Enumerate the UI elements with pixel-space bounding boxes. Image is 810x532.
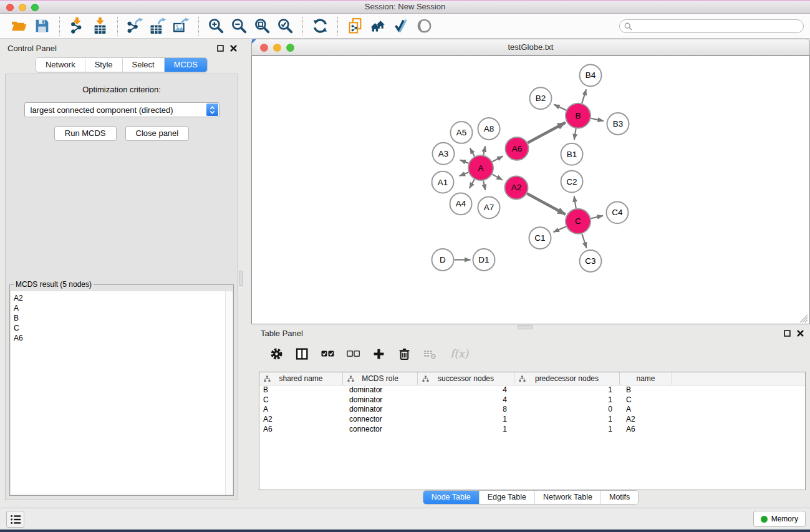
tab-mcds[interactable]: MCDS [165, 58, 207, 72]
result-list-scrollbar[interactable] [225, 291, 233, 495]
cell-successor-nodes[interactable]: 4 [418, 385, 514, 395]
memory-button[interactable]: Memory [753, 511, 806, 527]
zoom-in-button[interactable] [205, 16, 228, 36]
cell-name[interactable]: A6 [620, 425, 672, 435]
node-A1[interactable]: A1 [432, 172, 454, 193]
node-B2[interactable]: B2 [530, 87, 552, 109]
column-header-predecessor-nodes[interactable]: predecessor nodes [514, 372, 620, 385]
save-session-button[interactable] [31, 16, 54, 36]
edge-A-A4[interactable] [470, 179, 475, 188]
cell-successor-nodes[interactable]: 4 [418, 395, 514, 405]
export-table-button[interactable] [147, 16, 170, 36]
edge-B-B4[interactable] [582, 89, 586, 103]
import-table-button[interactable] [89, 16, 112, 36]
edge-A-A8[interactable] [483, 146, 485, 155]
network-window-titlebar[interactable]: testGlobe.txt [251, 39, 810, 56]
open-session-button[interactable] [7, 16, 31, 36]
node-A2[interactable]: A2 [505, 177, 528, 200]
import-network-button[interactable] [65, 16, 89, 36]
edge-C-C3[interactable] [582, 234, 586, 248]
node-B[interactable]: B [566, 104, 591, 128]
network-zoom-light[interactable] [286, 44, 294, 52]
cybrowser-home-button[interactable] [367, 16, 390, 36]
column-visibility-button[interactable] [296, 347, 309, 360]
cell-MCDS-role[interactable]: dominator [343, 385, 418, 395]
cell-name[interactable]: A2 [620, 415, 672, 425]
column-header-MCDS-role[interactable]: MCDS role [343, 372, 418, 385]
cell-shared-name[interactable]: A [259, 405, 343, 415]
deselect-all-rows-button[interactable] [347, 347, 360, 360]
delete-column-button[interactable] [398, 347, 411, 360]
node-A4[interactable]: A4 [450, 193, 472, 215]
duplicate-network-button[interactable] [344, 16, 367, 36]
edge-C-C2[interactable] [574, 196, 576, 208]
table-settings-gear-button[interactable] [270, 347, 283, 360]
close-table-panel-icon[interactable] [796, 329, 804, 337]
tab-style[interactable]: Style [85, 58, 123, 72]
table-row[interactable]: A6connector11A6 [259, 425, 805, 435]
cell-predecessor-nodes[interactable]: 1 [514, 395, 620, 405]
node-A5[interactable]: A5 [451, 122, 473, 143]
column-header-successor-nodes[interactable]: successor nodes [418, 372, 514, 385]
node-A[interactable]: A [468, 155, 493, 180]
cell-name[interactable]: C [620, 395, 672, 405]
float-table-panel-icon[interactable] [783, 329, 791, 337]
criterion-dropdown[interactable]: largest connected component (directed) [24, 102, 219, 117]
cell-successor-nodes[interactable]: 8 [418, 405, 514, 415]
result-item[interactable]: A6 [11, 333, 225, 343]
zoom-fit-button[interactable] [251, 16, 274, 36]
table-row[interactable]: A2connector11A2 [259, 415, 805, 425]
edge-A-A1[interactable] [460, 173, 469, 177]
cell-predecessor-nodes[interactable]: 0 [514, 405, 620, 415]
edge-A-A7[interactable] [483, 181, 485, 190]
resize-grip-icon[interactable] [800, 315, 808, 322]
add-column-button[interactable] [372, 347, 385, 360]
cell-shared-name[interactable]: A6 [259, 425, 343, 435]
zoom-window-light[interactable] [31, 4, 39, 11]
zoom-out-button[interactable] [228, 16, 251, 36]
export-network-button[interactable] [123, 16, 147, 36]
cell-MCDS-role[interactable]: connector [343, 425, 418, 435]
cell-MCDS-role[interactable]: dominator [343, 405, 418, 415]
cell-predecessor-nodes[interactable]: 1 [514, 415, 620, 425]
tab-node-table[interactable]: Node Table [423, 491, 480, 504]
select-all-rows-button[interactable] [321, 347, 334, 360]
edge-C-C4[interactable] [591, 216, 603, 218]
cell-MCDS-role[interactable]: connector [343, 415, 418, 425]
show-details-eye-button[interactable] [413, 16, 436, 36]
float-panel-icon[interactable] [216, 44, 224, 52]
table-row[interactable]: Bdominator41B [259, 385, 805, 395]
tab-network[interactable]: Network [36, 58, 85, 72]
edge-A6-B[interactable] [528, 122, 566, 143]
result-item[interactable]: C [11, 323, 225, 333]
search-input[interactable] [619, 19, 804, 33]
edge-A-A2[interactable] [492, 174, 502, 180]
network-minimize-light[interactable] [273, 44, 281, 52]
column-header-name[interactable]: name [620, 372, 672, 385]
node-C2[interactable]: C2 [561, 171, 583, 193]
cell-successor-nodes[interactable]: 1 [418, 425, 514, 435]
edge-A-A6[interactable] [493, 156, 503, 162]
cell-name[interactable]: B [620, 385, 672, 395]
node-B1[interactable]: B1 [561, 143, 583, 165]
hide-graphics-button[interactable] [390, 16, 413, 36]
node-B3[interactable]: B3 [607, 113, 629, 135]
refresh-layout-button[interactable] [309, 16, 332, 36]
node-A7[interactable]: A7 [478, 196, 500, 218]
tab-motifs[interactable]: Motifs [601, 491, 638, 504]
minimize-window-light[interactable] [19, 4, 26, 11]
cell-predecessor-nodes[interactable]: 1 [514, 425, 620, 435]
tab-edge-table[interactable]: Edge Table [480, 491, 535, 504]
cell-successor-nodes[interactable]: 1 [418, 415, 514, 425]
tab-select[interactable]: Select [123, 58, 165, 72]
edge-C-C1[interactable] [553, 226, 566, 232]
close-window-light[interactable] [6, 4, 14, 11]
run-mcds-button[interactable]: Run MCDS [54, 126, 117, 141]
network-close-light[interactable] [260, 44, 268, 52]
edge-A-A3[interactable] [460, 160, 469, 163]
node-C4[interactable]: C4 [607, 201, 629, 223]
tab-network-table[interactable]: Network Table [535, 491, 601, 504]
splitter-handle-left[interactable] [239, 271, 243, 286]
node-C1[interactable]: C1 [529, 227, 551, 249]
edge-B-B2[interactable] [554, 105, 566, 110]
